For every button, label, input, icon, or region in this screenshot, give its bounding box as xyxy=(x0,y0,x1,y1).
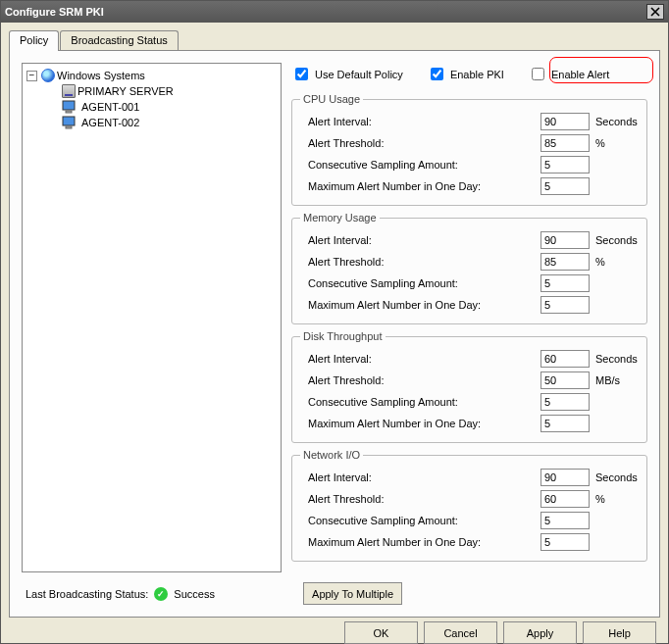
disk-alert-interval-unit: Seconds xyxy=(595,353,639,365)
net-sampling-label: Consecutive Sampling Amount: xyxy=(300,515,535,526)
enable-pki-checkbox[interactable]: Enable PKI xyxy=(427,65,504,83)
cpu-alert-threshold-label: Alert Threshold: xyxy=(300,137,535,149)
disk-alert-threshold-unit: MB/s xyxy=(595,374,639,386)
mem-alert-threshold-input[interactable] xyxy=(540,253,590,271)
mem-sampling-label: Consecutive Sampling Amount: xyxy=(300,277,535,289)
systems-tree[interactable]: − Windows Systems PRIMARY SERVER AGENT-0… xyxy=(22,63,282,572)
enable-alert-checkbox[interactable]: Enable Alert xyxy=(528,65,609,83)
disk-alert-threshold-input[interactable] xyxy=(540,372,590,389)
status-row: Last Broadcasting Status: ✓ Success Appl… xyxy=(22,582,647,605)
svg-rect-3 xyxy=(66,126,72,128)
group-network-io-legend: Network I/O xyxy=(300,449,363,461)
mem-alert-interval-label: Alert Interval: xyxy=(300,234,535,246)
cancel-button[interactable]: Cancel xyxy=(424,621,497,644)
tree-node-primary-server[interactable]: PRIMARY SERVER xyxy=(25,83,279,99)
apply-button[interactable]: Apply xyxy=(503,621,577,644)
last-broadcast-label: Last Broadcasting Status: xyxy=(26,588,148,600)
disk-alert-interval-label: Alert Interval: xyxy=(300,353,535,365)
cpu-sampling-input[interactable] xyxy=(540,156,590,173)
group-memory-usage: Memory Usage Alert Interval:Seconds Aler… xyxy=(291,212,647,324)
mem-alert-threshold-label: Alert Threshold: xyxy=(300,256,535,268)
cpu-alert-interval-input[interactable] xyxy=(540,113,590,130)
enable-pki-label: Enable PKI xyxy=(450,69,504,80)
use-default-policy-input[interactable] xyxy=(295,68,308,80)
tab-panel-policy: − Windows Systems PRIMARY SERVER AGENT-0… xyxy=(9,50,660,618)
svg-rect-0 xyxy=(63,101,75,110)
group-memory-usage-legend: Memory Usage xyxy=(300,212,380,223)
disk-max-alert-input[interactable] xyxy=(540,415,590,432)
mem-alert-threshold-unit: % xyxy=(595,256,639,268)
use-default-policy-checkbox[interactable]: Use Default Policy xyxy=(291,65,403,83)
disk-alert-interval-input[interactable] xyxy=(540,350,590,368)
mem-sampling-input[interactable] xyxy=(540,274,590,292)
cpu-max-alert-label: Maximum Alert Number in One Day: xyxy=(300,180,535,192)
dialog-button-bar: OK Cancel Apply Help xyxy=(9,618,660,644)
enable-pki-input[interactable] xyxy=(431,68,443,80)
net-max-alert-input[interactable] xyxy=(540,533,590,551)
monitor-icon xyxy=(62,100,77,114)
group-disk-throughput-legend: Disk Throughput xyxy=(300,330,386,342)
net-alert-interval-unit: Seconds xyxy=(595,471,639,483)
cpu-alert-interval-unit: Seconds xyxy=(595,116,639,127)
disk-alert-threshold-label: Alert Threshold: xyxy=(300,374,535,386)
enable-alert-label: Enable Alert xyxy=(551,69,609,80)
net-alert-threshold-label: Alert Threshold: xyxy=(300,493,535,505)
net-alert-threshold-unit: % xyxy=(595,493,639,505)
tab-policy[interactable]: Policy xyxy=(9,30,59,51)
monitor-icon xyxy=(62,116,77,129)
cpu-max-alert-input[interactable] xyxy=(540,177,590,195)
mem-max-alert-label: Maximum Alert Number in One Day: xyxy=(300,299,535,311)
server-icon xyxy=(62,84,76,98)
last-broadcast-value: Success xyxy=(174,588,215,600)
close-button[interactable] xyxy=(646,4,664,20)
cpu-sampling-label: Consecutive Sampling Amount: xyxy=(300,159,535,171)
net-sampling-input[interactable] xyxy=(540,512,590,529)
close-icon xyxy=(650,7,660,17)
mem-max-alert-input[interactable] xyxy=(540,296,590,314)
window-title: Configure SRM PKI xyxy=(5,6,646,18)
tree-expander[interactable]: − xyxy=(26,71,37,81)
mem-alert-interval-input[interactable] xyxy=(540,231,590,249)
disk-max-alert-label: Maximum Alert Number in One Day: xyxy=(300,418,535,429)
mem-alert-interval-unit: Seconds xyxy=(595,234,639,246)
tree-node-label: AGENT-001 xyxy=(81,101,139,113)
svg-rect-1 xyxy=(66,111,72,113)
disk-sampling-label: Consecutive Sampling Amount: xyxy=(300,396,535,408)
use-default-policy-label: Use Default Policy xyxy=(315,69,403,80)
net-alert-interval-label: Alert Interval: xyxy=(300,471,535,483)
tree-node-label: AGENT-002 xyxy=(81,117,139,128)
tree-node-agent-002[interactable]: AGENT-002 xyxy=(25,115,279,130)
svg-rect-2 xyxy=(63,117,75,125)
tree-root[interactable]: − Windows Systems xyxy=(25,68,279,83)
cpu-alert-interval-label: Alert Interval: xyxy=(300,116,535,127)
cpu-alert-threshold-unit: % xyxy=(595,137,639,149)
check-icon: ✓ xyxy=(154,587,168,601)
net-alert-threshold-input[interactable] xyxy=(540,490,590,508)
cpu-alert-threshold-input[interactable] xyxy=(540,134,590,152)
enable-alert-input[interactable] xyxy=(532,68,544,80)
group-disk-throughput: Disk Throughput Alert Interval:Seconds A… xyxy=(291,330,647,443)
help-button[interactable]: Help xyxy=(583,621,656,644)
tree-node-agent-001[interactable]: AGENT-001 xyxy=(25,99,279,115)
globe-icon xyxy=(41,69,55,82)
net-alert-interval-input[interactable] xyxy=(540,469,590,486)
tree-root-label: Windows Systems xyxy=(57,70,145,81)
group-cpu-usage-legend: CPU Usage xyxy=(300,93,363,105)
group-network-io: Network I/O Alert Interval:Seconds Alert… xyxy=(291,449,647,562)
apply-to-multiple-button[interactable]: Apply To Multiple xyxy=(303,582,402,605)
tab-bar: Policy Broadcasting Status xyxy=(9,30,660,50)
titlebar: Configure SRM PKI xyxy=(1,1,668,23)
ok-button[interactable]: OK xyxy=(344,621,418,644)
net-max-alert-label: Maximum Alert Number in One Day: xyxy=(300,536,535,548)
disk-sampling-input[interactable] xyxy=(540,393,590,411)
tree-node-label: PRIMARY SERVER xyxy=(77,85,174,97)
tab-broadcasting-status[interactable]: Broadcasting Status xyxy=(60,30,178,50)
group-cpu-usage: CPU Usage Alert Interval:Seconds Alert T… xyxy=(291,93,647,206)
options-row: Use Default Policy Enable PKI Enable Ale… xyxy=(291,63,647,87)
